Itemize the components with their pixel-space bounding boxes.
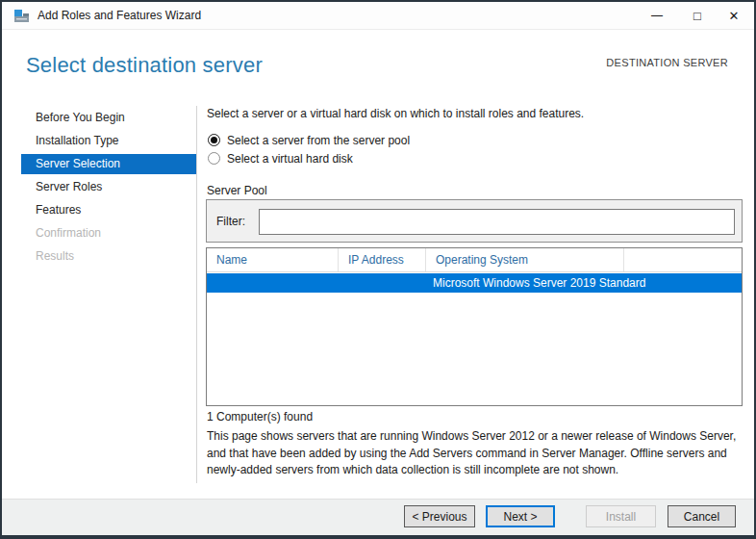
column-header-ip-address[interactable]: IP Address xyxy=(339,248,426,271)
button-bar: < Previous Next > Install Cancel xyxy=(2,499,754,535)
close-icon[interactable]: ✕ xyxy=(718,2,750,30)
destination-server-badge: DESTINATION SERVER xyxy=(606,57,728,68)
cell-ip-address xyxy=(340,273,427,293)
radio-server-pool[interactable]: Select a server from the server pool xyxy=(208,133,410,147)
filter-input[interactable] xyxy=(259,209,735,235)
minimize-icon[interactable]: — xyxy=(641,2,673,30)
next-button[interactable]: Next > xyxy=(486,505,555,527)
app-icon xyxy=(13,8,30,24)
sidebar-item-features[interactable]: Features xyxy=(21,200,196,220)
sidebar-item-before-you-begin[interactable]: Before You Begin xyxy=(21,108,196,128)
sidebar-divider xyxy=(196,106,197,483)
page-title: Select destination server xyxy=(26,53,263,78)
radio-virtual-hard-disk-label: Select a virtual hard disk xyxy=(227,152,353,166)
server-pool-label: Server Pool xyxy=(207,184,267,197)
maximize-icon[interactable]: □ xyxy=(681,2,714,30)
column-header-name[interactable]: Name xyxy=(207,248,339,271)
radio-server-pool-label: Select a server from the server pool xyxy=(227,134,410,147)
sidebar-item-results: Results xyxy=(21,246,196,267)
cell-operating-system: Microsoft Windows Server 2019 Standard xyxy=(427,273,716,293)
radio-selected-icon[interactable] xyxy=(208,134,220,146)
sidebar-item-confirmation: Confirmation xyxy=(21,223,196,244)
filter-label: Filter: xyxy=(216,215,245,228)
server-pool-table[interactable]: Name IP Address Operating System Microso… xyxy=(206,247,743,406)
wizard-window: Add Roles and Features Wizard — □ ✕ Sele… xyxy=(0,0,756,539)
sidebar-item-installation-type[interactable]: Installation Type xyxy=(21,131,196,151)
cell-name xyxy=(207,273,340,293)
title-bar: Add Roles and Features Wizard — □ ✕ xyxy=(2,2,754,30)
window-title: Add Roles and Features Wizard xyxy=(38,9,201,22)
filter-panel: Filter: xyxy=(206,199,743,243)
radio-virtual-hard-disk[interactable]: Select a virtual hard disk xyxy=(208,151,353,166)
radio-unselected-icon[interactable] xyxy=(208,152,220,165)
install-button: Install xyxy=(586,505,656,527)
sidebar-item-server-roles[interactable]: Server Roles xyxy=(21,177,196,197)
column-header-blank xyxy=(624,248,742,271)
wizard-steps: Before You Begin Installation Type Serve… xyxy=(21,108,196,270)
column-header-operating-system[interactable]: Operating System xyxy=(426,248,624,271)
computers-found-text: 1 Computer(s) found xyxy=(207,410,313,424)
table-header: Name IP Address Operating System xyxy=(207,248,742,272)
previous-button[interactable]: < Previous xyxy=(404,505,475,527)
table-row[interactable]: Microsoft Windows Server 2019 Standard xyxy=(207,273,742,293)
page-description: This page shows servers that are running… xyxy=(207,428,745,479)
cancel-button[interactable]: Cancel xyxy=(668,505,736,527)
intro-text: Select a server or a virtual hard disk o… xyxy=(207,107,584,120)
sidebar-item-server-selection[interactable]: Server Selection xyxy=(21,154,196,174)
